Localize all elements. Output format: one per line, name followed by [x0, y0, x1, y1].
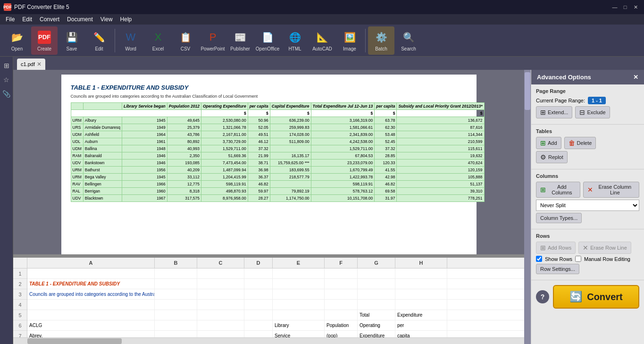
- autocad-button[interactable]: 📐 AutoCAD: [309, 26, 335, 55]
- ss-cell[interactable]: [197, 331, 244, 337]
- ss-cell[interactable]: [155, 289, 197, 299]
- ss-cell[interactable]: [244, 279, 273, 289]
- tab-close-button[interactable]: ✕: [37, 61, 42, 67]
- add-rows-button[interactable]: ⊞ Add Rows: [536, 242, 576, 254]
- ss-cell[interactable]: Expenditure: [395, 310, 447, 320]
- html-button[interactable]: 🌐 HTML: [282, 26, 308, 55]
- create-button[interactable]: PDF Create: [31, 26, 58, 55]
- ss-cell[interactable]: [244, 268, 273, 278]
- menu-view[interactable]: View: [97, 15, 117, 24]
- ss-cell[interactable]: [358, 268, 395, 278]
- batch-button[interactable]: ⚙️ Batch: [368, 26, 394, 55]
- pdf-scroll-area[interactable]: TABLE 1 - EXPENDITURE AND SUBSIDY Counci…: [13, 70, 524, 254]
- ss-cell[interactable]: [325, 310, 358, 320]
- erase-row-line-button[interactable]: ✕ Erase Row Line: [578, 242, 631, 254]
- ss-cell[interactable]: [27, 310, 155, 320]
- ss-cell[interactable]: TABLE 1 - EXPENDITURE AND SUBSIDY: [27, 279, 155, 289]
- publisher-button[interactable]: 📰 Publisher: [227, 26, 253, 55]
- ss-cell[interactable]: [273, 310, 325, 320]
- manual-row-editing-checkbox[interactable]: [575, 256, 581, 262]
- add-table-button[interactable]: ⊞ Add: [536, 137, 561, 149]
- save-button[interactable]: 💾 Save: [59, 26, 85, 55]
- ss-cell[interactable]: [155, 331, 197, 337]
- menu-document[interactable]: Document: [63, 15, 97, 24]
- ss-cell[interactable]: [244, 300, 273, 310]
- ss-cell[interactable]: [244, 320, 273, 330]
- menu-convert[interactable]: Convert: [36, 15, 63, 24]
- spreadsheet-hscroll[interactable]: [13, 337, 524, 344]
- sidebar-paperclip-icon[interactable]: 📎: [1, 89, 12, 99]
- ss-cell[interactable]: [197, 310, 244, 320]
- excel-button[interactable]: X Excel: [145, 26, 171, 55]
- add-columns-button[interactable]: ⊞ Add Columns: [536, 182, 580, 198]
- powerpoint-button[interactable]: P PowerPoint: [200, 26, 226, 55]
- ss-cell[interactable]: [395, 300, 447, 310]
- menu-help[interactable]: Help: [117, 15, 136, 24]
- ss-cell[interactable]: Service: [273, 331, 325, 337]
- right-panel-close[interactable]: ✕: [633, 74, 638, 81]
- menu-file[interactable]: File: [2, 15, 18, 24]
- ss-cell[interactable]: [325, 289, 358, 299]
- pdf-vscroll[interactable]: [524, 70, 531, 344]
- ss-cell[interactable]: ACLG: [27, 320, 155, 330]
- close-button[interactable]: ✕: [631, 2, 640, 12]
- ss-cell[interactable]: [358, 279, 395, 289]
- sidebar-grid-icon[interactable]: ⊞: [1, 60, 12, 71]
- ss-cell[interactable]: [197, 300, 244, 310]
- ss-cell[interactable]: Operating: [358, 320, 395, 330]
- ss-cell[interactable]: capita: [395, 331, 447, 337]
- ss-cell[interactable]: [244, 289, 273, 299]
- edit-button[interactable]: ✏️ Edit: [86, 26, 112, 55]
- ss-cell[interactable]: [244, 331, 273, 337]
- show-rows-checkbox[interactable]: [536, 256, 542, 262]
- ss-cell[interactable]: [27, 268, 155, 278]
- ss-cell[interactable]: [197, 320, 244, 330]
- ss-cell[interactable]: [155, 268, 197, 278]
- ss-cell[interactable]: [325, 300, 358, 310]
- ss-cell[interactable]: Abrev.: [27, 331, 155, 337]
- spreadsheet-grid[interactable]: TABLE 1 - EXPENDITURE AND SUBSIDYCouncil…: [27, 268, 524, 337]
- delete-table-button[interactable]: 🗑 Delete: [564, 137, 596, 149]
- ss-cell[interactable]: [395, 289, 447, 299]
- ss-cell[interactable]: [197, 289, 244, 299]
- ss-cell[interactable]: per: [395, 320, 447, 330]
- ss-cell[interactable]: [197, 279, 244, 289]
- ss-cell[interactable]: (pop): [325, 331, 358, 337]
- openoffice-button[interactable]: 📄 OpenOffice: [254, 26, 281, 55]
- ss-cell[interactable]: [155, 279, 197, 289]
- ss-cell[interactable]: [273, 300, 325, 310]
- image-button[interactable]: 🖼️ Image: [336, 26, 363, 55]
- ss-cell[interactable]: Total: [358, 310, 395, 320]
- extend-button[interactable]: ⊞ Extend...: [536, 106, 572, 118]
- exclude-button[interactable]: ⊟ Exclude: [575, 106, 610, 118]
- ss-cell[interactable]: [358, 289, 395, 299]
- ss-cell[interactable]: [273, 289, 325, 299]
- ss-cell[interactable]: [155, 310, 197, 320]
- ss-cell[interactable]: [395, 279, 447, 289]
- ss-cell[interactable]: Expenditure: [358, 331, 395, 337]
- replot-button[interactable]: ⚙ Replot: [536, 151, 568, 163]
- ss-cell[interactable]: [155, 300, 197, 310]
- convert-button[interactable]: 🔄 Convert: [553, 285, 639, 309]
- erase-column-line-button[interactable]: ✕ Erase Column Line: [583, 182, 639, 198]
- ss-cell[interactable]: Councils are grouped into categories acc…: [27, 289, 155, 299]
- ss-cell[interactable]: [155, 320, 197, 330]
- ss-cell[interactable]: [244, 310, 273, 320]
- ss-cell[interactable]: [197, 268, 244, 278]
- row-settings-button[interactable]: Row Settings...: [536, 264, 579, 274]
- ss-cell[interactable]: [358, 300, 395, 310]
- ss-cell[interactable]: [27, 300, 155, 310]
- maximize-button[interactable]: □: [620, 2, 630, 12]
- ss-cell[interactable]: Population: [325, 320, 358, 330]
- help-button[interactable]: ?: [536, 290, 549, 303]
- ss-cell[interactable]: Library: [273, 320, 325, 330]
- column-types-button[interactable]: Column Types...: [536, 213, 582, 223]
- menu-edit[interactable]: Edit: [18, 15, 36, 24]
- column-split-dropdown[interactable]: Never Split Always Split Smart Split: [536, 200, 639, 211]
- ss-cell[interactable]: [273, 279, 325, 289]
- search-button[interactable]: 🔍 Search: [395, 26, 422, 55]
- csv-button[interactable]: 📋 CSV: [172, 26, 199, 55]
- document-tab[interactable]: c1.pdf ✕: [17, 59, 45, 70]
- ss-cell[interactable]: [273, 268, 325, 278]
- ss-cell[interactable]: [325, 268, 358, 278]
